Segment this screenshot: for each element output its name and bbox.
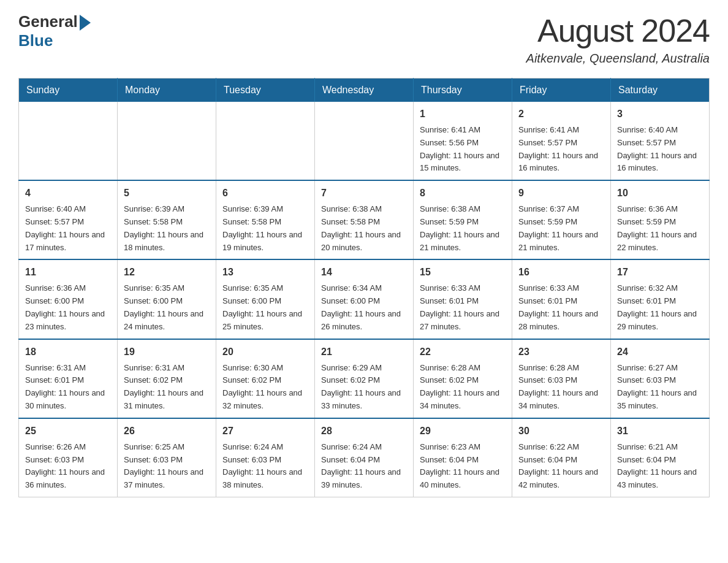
day-number: 10 xyxy=(617,186,703,201)
calendar-day-cell: 12Sunrise: 6:35 AM Sunset: 6:00 PM Dayli… xyxy=(118,259,216,339)
day-number: 5 xyxy=(124,186,210,201)
days-of-week-row: SundayMondayTuesdayWednesdayThursdayFrid… xyxy=(19,79,710,102)
day-info: Sunrise: 6:30 AM Sunset: 6:02 PM Dayligh… xyxy=(222,362,308,413)
day-number: 18 xyxy=(25,345,111,359)
logo: General Blue xyxy=(18,12,91,50)
month-year-title: August 2024 xyxy=(526,12,710,49)
calendar-day-cell: 15Sunrise: 6:33 AM Sunset: 6:01 PM Dayli… xyxy=(414,259,512,339)
day-number: 12 xyxy=(124,265,210,280)
day-of-week-header: Tuesday xyxy=(216,79,315,102)
day-number: 26 xyxy=(124,424,210,439)
day-number: 2 xyxy=(518,107,604,121)
day-of-week-header: Thursday xyxy=(414,79,512,102)
calendar-day-cell: 28Sunrise: 6:24 AM Sunset: 6:04 PM Dayli… xyxy=(315,418,414,497)
day-number: 17 xyxy=(617,265,703,280)
day-info: Sunrise: 6:24 AM Sunset: 6:03 PM Dayligh… xyxy=(222,441,308,492)
day-number: 3 xyxy=(617,107,703,121)
calendar-day-cell: 6Sunrise: 6:39 AM Sunset: 5:58 PM Daylig… xyxy=(216,180,315,259)
title-section: August 2024 Aitkenvale, Queensland, Aust… xyxy=(526,12,710,66)
calendar-day-cell: 9Sunrise: 6:37 AM Sunset: 5:59 PM Daylig… xyxy=(512,180,611,259)
day-info: Sunrise: 6:26 AM Sunset: 6:03 PM Dayligh… xyxy=(25,441,111,492)
day-number: 20 xyxy=(222,345,308,359)
day-info: Sunrise: 6:27 AM Sunset: 6:03 PM Dayligh… xyxy=(617,362,703,413)
day-number: 30 xyxy=(518,424,604,439)
day-info: Sunrise: 6:35 AM Sunset: 6:00 PM Dayligh… xyxy=(222,282,308,333)
calendar-day-cell xyxy=(118,102,216,180)
calendar-day-cell: 11Sunrise: 6:36 AM Sunset: 6:00 PM Dayli… xyxy=(19,259,118,339)
day-info: Sunrise: 6:31 AM Sunset: 6:02 PM Dayligh… xyxy=(124,362,210,413)
calendar-day-cell xyxy=(216,102,315,180)
day-number: 16 xyxy=(518,265,604,280)
calendar-week-row: 4Sunrise: 6:40 AM Sunset: 5:57 PM Daylig… xyxy=(19,180,710,259)
day-info: Sunrise: 6:34 AM Sunset: 6:00 PM Dayligh… xyxy=(321,282,407,333)
day-number: 28 xyxy=(321,424,407,439)
day-info: Sunrise: 6:32 AM Sunset: 6:01 PM Dayligh… xyxy=(617,282,703,333)
calendar-day-cell: 3Sunrise: 6:40 AM Sunset: 5:57 PM Daylig… xyxy=(611,102,710,180)
day-number: 9 xyxy=(518,186,604,201)
day-number: 19 xyxy=(124,345,210,359)
calendar-day-cell: 20Sunrise: 6:30 AM Sunset: 6:02 PM Dayli… xyxy=(216,339,315,418)
calendar-body: 1Sunrise: 6:41 AM Sunset: 5:56 PM Daylig… xyxy=(19,102,710,497)
calendar-day-cell xyxy=(315,102,414,180)
calendar-day-cell: 30Sunrise: 6:22 AM Sunset: 6:04 PM Dayli… xyxy=(512,418,611,497)
calendar-header: SundayMondayTuesdayWednesdayThursdayFrid… xyxy=(19,79,710,102)
day-number: 8 xyxy=(420,186,506,201)
calendar-day-cell: 5Sunrise: 6:39 AM Sunset: 5:58 PM Daylig… xyxy=(118,180,216,259)
calendar-day-cell xyxy=(19,102,118,180)
calendar-day-cell: 22Sunrise: 6:28 AM Sunset: 6:02 PM Dayli… xyxy=(414,339,512,418)
page-header: General Blue August 2024 Aitkenvale, Que… xyxy=(18,12,710,66)
calendar-day-cell: 25Sunrise: 6:26 AM Sunset: 6:03 PM Dayli… xyxy=(19,418,118,497)
calendar-day-cell: 21Sunrise: 6:29 AM Sunset: 6:02 PM Dayli… xyxy=(315,339,414,418)
calendar-day-cell: 24Sunrise: 6:27 AM Sunset: 6:03 PM Dayli… xyxy=(611,339,710,418)
calendar-day-cell: 2Sunrise: 6:41 AM Sunset: 5:57 PM Daylig… xyxy=(512,102,611,180)
day-number: 24 xyxy=(617,345,703,359)
logo-general-text: General xyxy=(18,12,78,31)
day-info: Sunrise: 6:38 AM Sunset: 5:58 PM Dayligh… xyxy=(321,203,407,254)
calendar-day-cell: 29Sunrise: 6:23 AM Sunset: 6:04 PM Dayli… xyxy=(414,418,512,497)
calendar-day-cell: 13Sunrise: 6:35 AM Sunset: 6:00 PM Dayli… xyxy=(216,259,315,339)
day-info: Sunrise: 6:41 AM Sunset: 5:56 PM Dayligh… xyxy=(420,124,506,175)
day-number: 1 xyxy=(420,107,506,121)
day-info: Sunrise: 6:22 AM Sunset: 6:04 PM Dayligh… xyxy=(518,441,604,492)
day-number: 15 xyxy=(420,265,506,280)
calendar-day-cell: 26Sunrise: 6:25 AM Sunset: 6:03 PM Dayli… xyxy=(118,418,216,497)
day-number: 29 xyxy=(420,424,506,439)
day-number: 27 xyxy=(222,424,308,439)
day-number: 7 xyxy=(321,186,407,201)
day-info: Sunrise: 6:40 AM Sunset: 5:57 PM Dayligh… xyxy=(25,203,111,254)
day-number: 13 xyxy=(222,265,308,280)
day-number: 6 xyxy=(222,186,308,201)
day-info: Sunrise: 6:40 AM Sunset: 5:57 PM Dayligh… xyxy=(617,124,703,175)
day-info: Sunrise: 6:33 AM Sunset: 6:01 PM Dayligh… xyxy=(518,282,604,333)
calendar-day-cell: 19Sunrise: 6:31 AM Sunset: 6:02 PM Dayli… xyxy=(118,339,216,418)
calendar-day-cell: 10Sunrise: 6:36 AM Sunset: 5:59 PM Dayli… xyxy=(611,180,710,259)
day-info: Sunrise: 6:31 AM Sunset: 6:01 PM Dayligh… xyxy=(25,362,111,413)
day-info: Sunrise: 6:28 AM Sunset: 6:03 PM Dayligh… xyxy=(518,362,604,413)
day-number: 22 xyxy=(420,345,506,359)
day-of-week-header: Friday xyxy=(512,79,611,102)
day-of-week-header: Wednesday xyxy=(315,79,414,102)
calendar-table: SundayMondayTuesdayWednesdayThursdayFrid… xyxy=(18,78,710,497)
day-info: Sunrise: 6:28 AM Sunset: 6:02 PM Dayligh… xyxy=(420,362,506,413)
day-number: 21 xyxy=(321,345,407,359)
day-info: Sunrise: 6:38 AM Sunset: 5:59 PM Dayligh… xyxy=(420,203,506,254)
day-info: Sunrise: 6:24 AM Sunset: 6:04 PM Dayligh… xyxy=(321,441,407,492)
logo-blue-text: Blue xyxy=(18,31,91,50)
location-subtitle: Aitkenvale, Queensland, Australia xyxy=(526,52,710,66)
day-number: 14 xyxy=(321,265,407,280)
day-info: Sunrise: 6:21 AM Sunset: 6:04 PM Dayligh… xyxy=(617,441,703,492)
day-info: Sunrise: 6:25 AM Sunset: 6:03 PM Dayligh… xyxy=(124,441,210,492)
calendar-day-cell: 7Sunrise: 6:38 AM Sunset: 5:58 PM Daylig… xyxy=(315,180,414,259)
calendar-day-cell: 31Sunrise: 6:21 AM Sunset: 6:04 PM Dayli… xyxy=(611,418,710,497)
calendar-day-cell: 18Sunrise: 6:31 AM Sunset: 6:01 PM Dayli… xyxy=(19,339,118,418)
day-number: 4 xyxy=(25,186,111,201)
calendar-day-cell: 17Sunrise: 6:32 AM Sunset: 6:01 PM Dayli… xyxy=(611,259,710,339)
day-of-week-header: Sunday xyxy=(19,79,118,102)
calendar-day-cell: 8Sunrise: 6:38 AM Sunset: 5:59 PM Daylig… xyxy=(414,180,512,259)
calendar-week-row: 11Sunrise: 6:36 AM Sunset: 6:00 PM Dayli… xyxy=(19,259,710,339)
day-number: 25 xyxy=(25,424,111,439)
calendar-day-cell: 4Sunrise: 6:40 AM Sunset: 5:57 PM Daylig… xyxy=(19,180,118,259)
day-info: Sunrise: 6:33 AM Sunset: 6:01 PM Dayligh… xyxy=(420,282,506,333)
calendar-week-row: 25Sunrise: 6:26 AM Sunset: 6:03 PM Dayli… xyxy=(19,418,710,497)
day-number: 23 xyxy=(518,345,604,359)
